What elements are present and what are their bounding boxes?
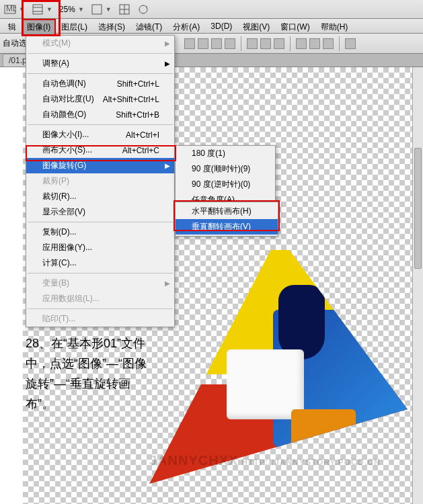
menu-separator (28, 273, 173, 274)
image-menu: 模式(M)▶调整(A)▶自动色调(N)Shift+Ctrl+L自动对比度(U)A… (26, 35, 175, 327)
mb-icon[interactable]: Mb (4, 3, 16, 15)
distribute-icon[interactable] (274, 38, 284, 49)
align-icon[interactable] (225, 38, 235, 49)
menu-item-label: 变量(B) (42, 278, 69, 289)
distribute-icon[interactable] (309, 38, 320, 49)
top-toolbar: Mb ▼ ▼ 25% ▼ ▼ (0, 0, 423, 19)
menu-item-label: 裁剪(P) (42, 175, 69, 187)
menu-item[interactable]: 自动色调(N)Shift+Ctrl+L (26, 76, 174, 91)
menu-item-label: 画布大小(S)... (42, 144, 92, 156)
menu-view[interactable]: 视图(V) (237, 19, 275, 36)
separator (339, 36, 340, 51)
separator (241, 36, 241, 51)
menu-item[interactable]: 显示全部(V) (26, 204, 174, 220)
submenu-arrow-icon: ▶ (165, 40, 170, 47)
submenu-arrow-icon: ▶ (165, 60, 170, 67)
menu-separator (28, 73, 173, 74)
flip-submenu: 水平翻转画布(H)垂直翻转画布(V) (175, 202, 278, 237)
menu-shortcut: Alt+Ctrl+C (122, 146, 159, 155)
menu-item[interactable]: 调整(A)▶ (26, 56, 174, 71)
autoselect-label: 自动选 (3, 38, 27, 49)
submenu-item[interactable]: 垂直翻转画布(V) (176, 219, 278, 235)
menu-image[interactable]: 图像(I) (22, 19, 56, 36)
menu-item-label: 图像大小(I)... (42, 129, 89, 140)
menu-item[interactable]: 画布大小(S)...Alt+Ctrl+C (26, 142, 174, 158)
menu-item-label: 应用数据组(L)... (42, 293, 100, 304)
rotate-icon[interactable] (137, 3, 149, 15)
menu-item[interactable]: 应用图像(Y)... (26, 240, 174, 255)
scrollbar-thumb[interactable] (414, 148, 422, 269)
menu-item[interactable]: 计算(C)... (26, 255, 174, 271)
menu-shortcut: Alt+Shift+Ctrl+L (103, 95, 159, 104)
separator (290, 36, 291, 51)
vertical-scrollbar[interactable] (412, 67, 423, 504)
menu-analysis[interactable]: 分析(A) (167, 19, 205, 36)
dropdown-arrow-icon[interactable]: ▼ (78, 6, 84, 13)
menu-item-label: 陷印(T)... (42, 313, 75, 325)
menu-item-label: 裁切(R)... (42, 191, 77, 202)
canvas-image (149, 235, 408, 484)
menu-item: 变量(B)▶ (26, 276, 174, 291)
menu-help[interactable]: 帮助(H) (315, 19, 354, 36)
menu-item-label: 应用图像(Y)... (42, 242, 92, 253)
dropdown-arrow-icon[interactable]: ▼ (106, 6, 112, 13)
svg-rect-5 (92, 5, 102, 14)
menu-item-label: 复制(D)... (42, 226, 77, 238)
menu-item: 应用数据组(L)... (26, 291, 174, 306)
film-icon[interactable] (32, 3, 44, 15)
menu-item: 裁剪(P) (26, 173, 174, 189)
menu-item[interactable]: 自动对比度(U)Alt+Shift+Ctrl+L (26, 91, 174, 107)
menu-window[interactable]: 窗口(W) (275, 19, 315, 36)
menu-layer[interactable]: 图层(L) (56, 19, 93, 36)
menu-item[interactable]: 图像大小(I)...Alt+Ctrl+I (26, 127, 174, 142)
distribute-icon[interactable] (296, 38, 307, 49)
menu-item-label: 计算(C)... (42, 257, 77, 269)
menu-3d[interactable]: 3D(D) (205, 19, 237, 34)
menu-item: 模式(M)▶ (26, 36, 174, 51)
menu-item[interactable]: 裁切(R)... (26, 189, 174, 204)
submenu-item[interactable]: 水平翻转画布(H) (176, 204, 278, 219)
menu-item-label: 自动颜色(O) (42, 109, 86, 120)
menu-item-label: 模式(M) (42, 38, 71, 49)
distribute-icon[interactable] (247, 38, 258, 49)
submenu-arrow-icon: ▶ (165, 280, 170, 287)
menu-item[interactable]: 复制(D)... (26, 224, 174, 240)
grid-icon[interactable] (118, 3, 130, 15)
menu-item-label: 显示全部(V) (42, 206, 85, 218)
watermark: JANNYCHXX HTTP://JANNYSTORY.POCO.CN (149, 453, 381, 468)
menu-item: 陷印(T)... (26, 311, 174, 327)
menu-filter[interactable]: 滤镜(T) (130, 19, 167, 36)
menu-shortcut: Shift+Ctrl+L (117, 79, 159, 89)
submenu-item[interactable]: 90 度(逆时针)(0) (176, 177, 275, 192)
align-icon[interactable] (184, 38, 195, 49)
distribute-icon[interactable] (323, 38, 334, 49)
svg-point-9 (139, 5, 147, 13)
svg-text:Mb: Mb (6, 4, 16, 13)
align-icon[interactable] (198, 38, 208, 49)
menu-item-label: 自动对比度(U) (42, 93, 94, 105)
menu-shortcut: Shift+Ctrl+B (116, 110, 159, 120)
submenu-arrow-icon: ▶ (165, 162, 170, 169)
menu-item[interactable]: 图像旋转(G)▶ (26, 158, 174, 173)
dropdown-arrow-icon[interactable]: ▼ (19, 6, 25, 13)
menu-shortcut: Alt+Ctrl+I (126, 130, 159, 140)
menu-item[interactable]: 自动颜色(O)Shift+Ctrl+B (26, 107, 174, 122)
submenu-item[interactable]: 180 度(1) (176, 146, 275, 161)
menu-separator (28, 124, 173, 125)
svg-rect-2 (33, 5, 42, 14)
image-rotation-submenu: 180 度(1)90 度(顺时针)(9)90 度(逆时针)(0)任意角度(A).… (175, 145, 276, 208)
zoom-level[interactable]: 25% (59, 5, 75, 14)
menubar: 辑 图像(I) 图层(L) 选择(S) 滤镜(T) 分析(A) 3D(D) 视图… (0, 19, 423, 34)
align-icon[interactable] (211, 38, 222, 49)
menu-separator (28, 53, 173, 54)
dropdown-arrow-icon[interactable]: ▼ (46, 6, 52, 13)
tool-icon[interactable] (345, 38, 356, 49)
submenu-item[interactable]: 90 度(顺时针)(9) (176, 161, 275, 177)
menu-select[interactable]: 选择(S) (93, 19, 130, 36)
menu-separator (28, 308, 173, 309)
menu-item-label: 调整(A) (42, 58, 69, 69)
menu-edit-partial[interactable]: 辑 (3, 19, 22, 36)
menu-item-label: 图像旋转(G) (42, 160, 86, 171)
hand-icon[interactable] (91, 3, 103, 15)
distribute-icon[interactable] (260, 38, 271, 49)
